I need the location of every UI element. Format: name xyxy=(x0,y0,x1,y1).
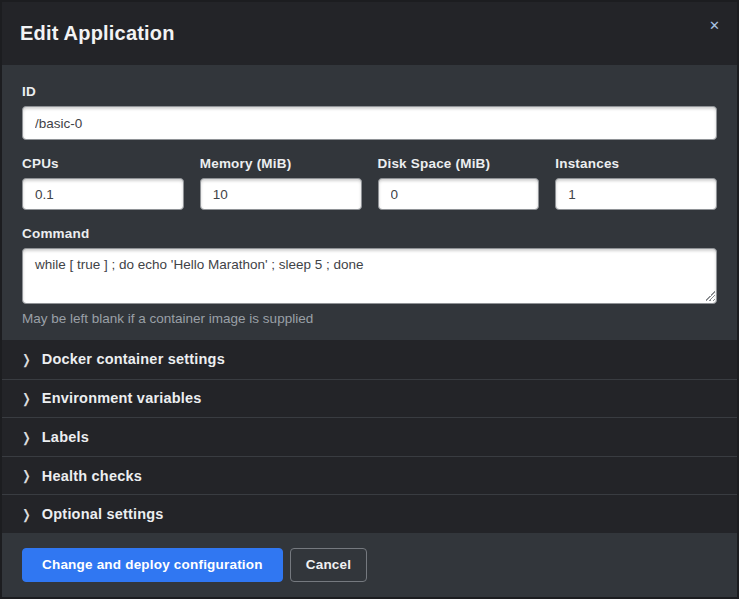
command-textarea-wrap: while [ true ] ; do echo 'Hello Marathon… xyxy=(22,248,717,304)
section-labels[interactable]: ❯ Labels xyxy=(2,417,737,456)
section-label: Environment variables xyxy=(42,390,202,406)
disk-space-input[interactable] xyxy=(378,178,540,210)
chevron-right-icon: ❯ xyxy=(22,392,30,405)
modal-footer: Change and deploy configuration Cancel xyxy=(2,533,737,597)
resize-grip-icon[interactable] xyxy=(705,291,715,301)
section-label: Health checks xyxy=(42,468,142,484)
collapsible-sections: ❯ Docker container settings ❯ Environmen… xyxy=(2,340,737,533)
modal-header: Edit Application ✕ xyxy=(2,2,737,65)
command-help-text: May be left blank if a container image i… xyxy=(22,311,717,326)
close-icon[interactable]: ✕ xyxy=(709,19,720,32)
section-optional-settings[interactable]: ❯ Optional settings xyxy=(2,494,737,533)
application-form: ID CPUs Memory (MiB) Disk Space (MiB) In… xyxy=(2,65,737,340)
section-health-checks[interactable]: ❯ Health checks xyxy=(2,456,737,495)
section-label: Optional settings xyxy=(42,506,164,522)
memory-input[interactable] xyxy=(200,178,362,210)
resource-fields-row: CPUs Memory (MiB) Disk Space (MiB) Insta… xyxy=(22,156,717,210)
cpus-input[interactable] xyxy=(22,178,184,210)
memory-label: Memory (MiB) xyxy=(200,156,362,171)
memory-form-group: Memory (MiB) xyxy=(200,156,362,210)
chevron-right-icon: ❯ xyxy=(22,353,30,366)
cpus-form-group: CPUs xyxy=(22,156,184,210)
modal-title: Edit Application xyxy=(20,22,175,45)
section-label: Labels xyxy=(42,429,89,445)
id-input[interactable] xyxy=(22,106,717,140)
instances-input[interactable] xyxy=(555,178,717,210)
chevron-right-icon: ❯ xyxy=(22,430,30,443)
chevron-right-icon: ❯ xyxy=(22,508,30,521)
instances-label: Instances xyxy=(555,156,717,171)
disk-space-form-group: Disk Space (MiB) xyxy=(378,156,540,210)
command-form-group: Command while [ true ] ; do echo 'Hello … xyxy=(22,226,717,326)
edit-application-modal: Edit Application ✕ ID CPUs Memory (MiB) … xyxy=(0,0,739,599)
cpus-label: CPUs xyxy=(22,156,184,171)
id-label: ID xyxy=(22,84,717,99)
section-docker-container-settings[interactable]: ❯ Docker container settings xyxy=(2,340,737,379)
id-form-group: ID xyxy=(22,84,717,140)
command-textarea[interactable]: while [ true ] ; do echo 'Hello Marathon… xyxy=(22,248,717,304)
cancel-button[interactable]: Cancel xyxy=(290,548,367,582)
section-label: Docker container settings xyxy=(42,351,225,367)
chevron-right-icon: ❯ xyxy=(22,469,30,482)
instances-form-group: Instances xyxy=(555,156,717,210)
section-environment-variables[interactable]: ❯ Environment variables xyxy=(2,379,737,418)
command-label: Command xyxy=(22,226,717,241)
disk-space-label: Disk Space (MiB) xyxy=(378,156,540,171)
change-and-deploy-button[interactable]: Change and deploy configuration xyxy=(22,548,283,582)
